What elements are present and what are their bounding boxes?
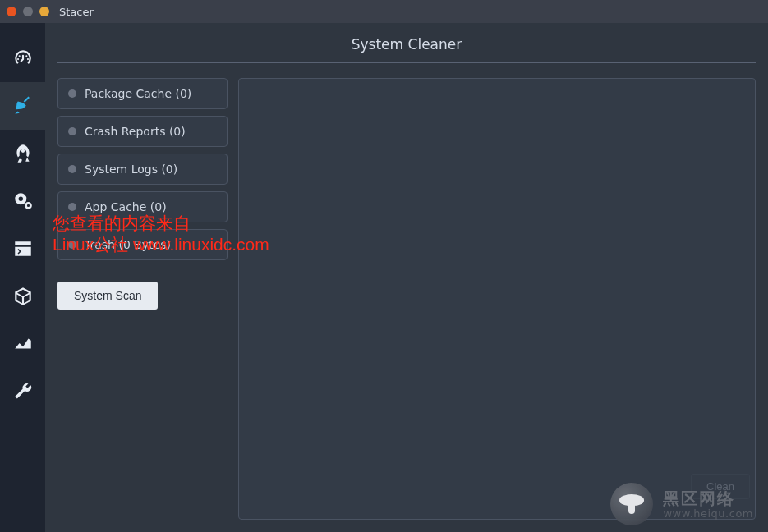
- package-icon: [12, 286, 34, 307]
- category-list: Package Cache (0) Crash Reports (0) Syst…: [57, 78, 228, 520]
- rocket-icon: [12, 143, 34, 164]
- gauge-icon: [12, 48, 34, 69]
- sidebar: [0, 23, 45, 532]
- category-crash-reports[interactable]: Crash Reports (0): [57, 116, 228, 147]
- sidebar-item-services[interactable]: [0, 177, 45, 225]
- sidebar-item-processes[interactable]: [0, 225, 45, 273]
- chart-line-icon: [12, 333, 34, 355]
- category-label: Package Cache (0): [85, 87, 191, 100]
- sidebar-item-cleaner[interactable]: [0, 82, 45, 130]
- category-label: System Logs (0): [85, 163, 177, 176]
- clean-button[interactable]: Clean: [691, 474, 750, 499]
- broom-icon: [12, 95, 34, 117]
- window-title: Stacer: [59, 6, 94, 18]
- wrench-icon: [12, 381, 34, 402]
- titlebar: Stacer: [0, 0, 768, 23]
- sidebar-item-startup[interactable]: [0, 130, 45, 177]
- page-title: System Cleaner: [57, 31, 756, 62]
- close-icon[interactable]: [7, 7, 16, 16]
- category-system-logs[interactable]: System Logs (0): [57, 154, 228, 185]
- radio-icon: [68, 165, 76, 173]
- radio-icon: [68, 127, 76, 135]
- results-panel: [238, 78, 756, 520]
- radio-icon: [68, 89, 76, 98]
- cogs-icon: [12, 190, 34, 212]
- category-app-cache[interactable]: App Cache (0): [57, 191, 228, 222]
- sidebar-item-uninstaller[interactable]: [0, 273, 45, 320]
- main-content: System Cleaner Package Cache (0) Crash R…: [45, 23, 768, 532]
- minimize-icon[interactable]: [23, 7, 33, 16]
- radio-icon: [68, 203, 76, 211]
- category-package-cache[interactable]: Package Cache (0): [57, 78, 228, 109]
- category-trash[interactable]: Trash (0 Bytes): [57, 229, 228, 260]
- system-scan-button[interactable]: System Scan: [57, 282, 158, 310]
- category-label: Trash (0 Bytes): [85, 238, 171, 251]
- radio-icon: [68, 241, 76, 249]
- sidebar-item-dashboard[interactable]: [0, 34, 45, 82]
- terminal-window-icon: [12, 238, 34, 259]
- category-label: Crash Reports (0): [85, 125, 186, 138]
- sidebar-item-settings[interactable]: [0, 368, 45, 415]
- sidebar-item-resources[interactable]: [0, 320, 45, 368]
- divider: [57, 62, 756, 63]
- maximize-icon[interactable]: [39, 7, 49, 16]
- category-label: App Cache (0): [85, 200, 167, 213]
